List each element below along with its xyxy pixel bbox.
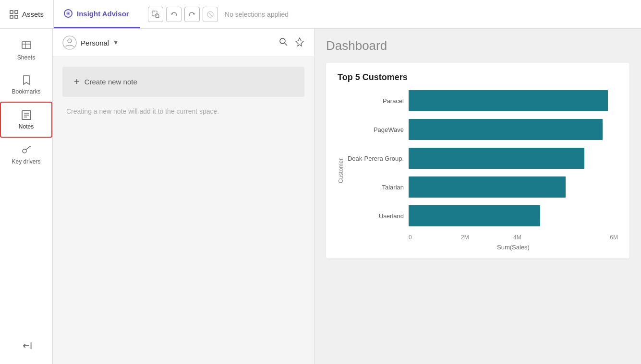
- toolbar-tools: No selections applied: [140, 0, 296, 28]
- main-layout: Sheets Bookmarks Notes: [0, 29, 641, 364]
- bar-label-pagewave: PageWave: [346, 126, 409, 133]
- collapse-sidebar-button[interactable]: [0, 335, 52, 356]
- svg-point-6: [68, 13, 69, 14]
- chart-title: Top 5 Customers: [338, 72, 618, 82]
- table-row: Userland: [346, 205, 618, 226]
- bar-label-userland: Userland: [346, 212, 409, 220]
- svg-line-28: [285, 43, 287, 46]
- chart-body: Paracel PageWave Deak-Perera Group.: [346, 90, 618, 251]
- redo-icon: [188, 11, 196, 18]
- search-tool-btn[interactable]: [148, 7, 163, 22]
- bar-fill-userland: [409, 205, 540, 226]
- search-notes-button[interactable]: [278, 37, 288, 49]
- svg-line-11: [209, 13, 212, 16]
- insight-advisor-tab[interactable]: Insight Advisor: [54, 0, 140, 28]
- bookmark-icon: [21, 74, 32, 86]
- bar-track-paracel: [409, 90, 618, 111]
- bar-fill-deak: [409, 148, 584, 169]
- x-tick-0: 0: [409, 234, 461, 241]
- top-bar: Assets Insight Advisor: [0, 0, 641, 29]
- assets-label: Assets: [22, 10, 44, 18]
- svg-rect-12: [22, 42, 31, 48]
- svg-point-19: [23, 149, 26, 153]
- insight-label: Insight Advisor: [77, 10, 129, 18]
- bookmarks-label: Bookmarks: [12, 88, 40, 95]
- table-row: PageWave: [346, 119, 618, 140]
- bar-track-deak: [409, 148, 618, 169]
- bar-track-talarian: [409, 176, 618, 198]
- svg-rect-0: [10, 11, 13, 13]
- table-row: Paracel: [346, 90, 618, 111]
- x-axis: 0 2M 4M 6M: [346, 234, 618, 241]
- svg-point-26: [68, 39, 72, 43]
- svg-point-27: [280, 38, 285, 44]
- undo-tool-btn[interactable]: [166, 7, 181, 22]
- table-row: Talarian: [346, 176, 618, 198]
- collapse-icon: [21, 340, 32, 352]
- icon-sidebar: Sheets Bookmarks Notes: [0, 29, 53, 364]
- clear-icon: [206, 11, 214, 18]
- personal-selector[interactable]: Personal ▼: [62, 35, 119, 50]
- sheets-icon: [21, 40, 32, 52]
- y-axis-label: Customer: [338, 90, 344, 251]
- bar-track-pagewave: [409, 119, 618, 140]
- x-tick-6m: 6M: [566, 234, 618, 241]
- notes-panel: Personal ▼ + Create new: [53, 29, 314, 364]
- create-note-label: Create new note: [85, 78, 137, 86]
- dashboard-panel: Dashboard Top 5 Customers Customer Parac…: [314, 29, 641, 364]
- insight-icon: [63, 9, 73, 18]
- bar-label-deak: Deak-Perera Group.: [346, 155, 409, 162]
- sidebar-bottom: [0, 335, 52, 364]
- create-note-plus-icon: +: [74, 76, 80, 87]
- notes-empty-text: Creating a new note will add it to the c…: [53, 106, 314, 117]
- sidebar-item-notes[interactable]: Notes: [0, 102, 52, 138]
- bar-chart-area: Customer Paracel PageWave: [338, 90, 618, 251]
- notes-label: Notes: [19, 123, 34, 130]
- svg-rect-2: [10, 15, 13, 18]
- search-notes-icon: [278, 37, 288, 47]
- bar-label-paracel: Paracel: [346, 97, 409, 105]
- bar-fill-paracel: [409, 90, 608, 111]
- x-tick-2m: 2M: [461, 234, 513, 241]
- svg-line-9: [158, 17, 159, 18]
- sidebar-item-bookmarks[interactable]: Bookmarks: [0, 68, 52, 102]
- notes-icon: [21, 109, 32, 121]
- create-note-button[interactable]: + Create new note: [62, 67, 304, 97]
- assets-button[interactable]: Assets: [0, 0, 54, 28]
- key-drivers-icon: [21, 144, 32, 156]
- assets-icon: [10, 10, 18, 19]
- bar-track-userland: [409, 205, 618, 226]
- svg-line-20: [26, 146, 30, 150]
- pin-notes-button[interactable]: [295, 37, 304, 49]
- sidebar-item-sheets[interactable]: Sheets: [0, 34, 52, 68]
- notes-panel-header: Personal ▼: [53, 29, 314, 57]
- redo-tool-btn[interactable]: [184, 7, 200, 22]
- svg-rect-1: [15, 11, 18, 13]
- clear-tool-btn[interactable]: [203, 7, 218, 22]
- table-row: Deak-Perera Group.: [346, 148, 618, 169]
- bar-label-talarian: Talarian: [346, 184, 409, 191]
- dashboard-title: Dashboard: [326, 38, 629, 53]
- svg-rect-3: [15, 15, 18, 18]
- bar-fill-pagewave: [409, 119, 603, 140]
- undo-icon: [170, 11, 178, 18]
- personal-label: Personal: [81, 39, 109, 47]
- x-axis-label: Sum(Sales): [346, 244, 618, 251]
- chart-container: Top 5 Customers Customer Paracel PageWav…: [326, 63, 629, 258]
- personal-avatar-icon: [62, 35, 77, 50]
- sheets-label: Sheets: [17, 54, 35, 61]
- personal-dropdown-arrow[interactable]: ▼: [113, 39, 119, 46]
- x-tick-4m: 4M: [513, 234, 566, 241]
- bar-fill-talarian: [409, 176, 566, 198]
- search-tool-icon: [152, 11, 159, 18]
- key-drivers-label: Key drivers: [12, 158, 40, 165]
- sidebar-item-key-drivers[interactable]: Key drivers: [0, 138, 52, 172]
- no-selections-text: No selections applied: [225, 11, 289, 18]
- notes-header-actions: [278, 37, 304, 49]
- svg-rect-7: [152, 11, 157, 16]
- pin-icon: [295, 37, 304, 47]
